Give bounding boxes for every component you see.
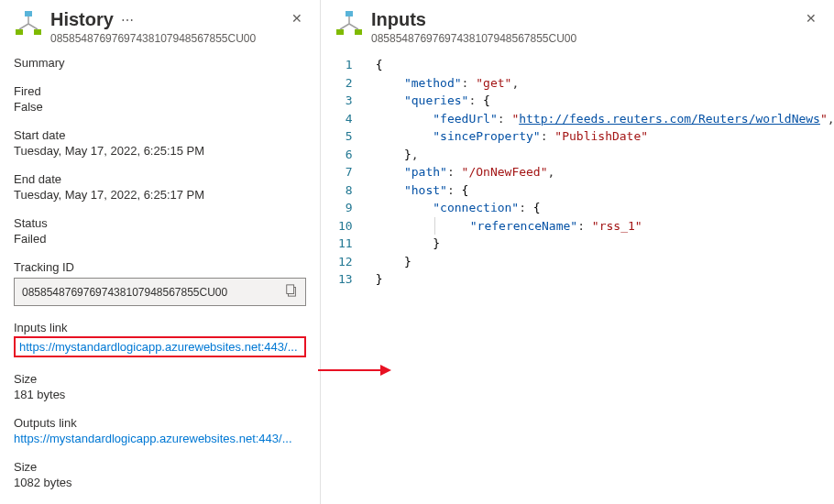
- inputs-link-label: Inputs link: [14, 321, 306, 334]
- json-refname: rss_1: [599, 219, 635, 233]
- end-date-value: Tuesday, May 17, 2022, 6:25:17 PM: [14, 188, 306, 202]
- svg-rect-8: [336, 29, 344, 35]
- copy-icon[interactable]: [285, 284, 298, 300]
- svg-rect-9: [355, 29, 362, 35]
- json-sinceproperty: PublishDate: [562, 129, 641, 143]
- history-header: History ⋯ 08585487697697438107948567855C…: [14, 9, 306, 45]
- history-panel: History ⋯ 08585487697697438107948567855C…: [0, 0, 321, 504]
- history-title: History: [50, 9, 114, 30]
- history-id: 08585487697697438107948567855CU00: [50, 32, 288, 45]
- svg-rect-2: [34, 29, 41, 35]
- json-feedurl[interactable]: http://feeds.reuters.com/Reuters/worldNe…: [519, 112, 820, 126]
- status-value: Failed: [14, 232, 306, 246]
- close-icon[interactable]: ✕: [288, 9, 306, 27]
- code-content: { "method": "get", "queries": { "feedUrl…: [368, 56, 834, 289]
- svg-rect-4: [287, 285, 294, 294]
- tracking-id-label: Tracking ID: [14, 260, 306, 274]
- json-method: get: [483, 76, 504, 90]
- line-gutter: 12345678910111213: [335, 56, 368, 289]
- inputs-id: 08585487697697438107948567855CU00: [371, 32, 802, 45]
- tracking-id-value: 08585487697697438107948567855CU00: [22, 286, 285, 299]
- end-date-label: End date: [14, 172, 306, 186]
- json-editor[interactable]: 12345678910111213 { "method": "get", "qu…: [335, 56, 820, 289]
- fired-label: Fired: [14, 84, 306, 98]
- logic-app-icon: [14, 9, 43, 38]
- tracking-id-box: 08585487697697438107948567855CU00: [14, 278, 306, 306]
- outputs-size-label: Size: [14, 460, 306, 474]
- more-icon[interactable]: ⋯: [121, 13, 134, 27]
- outputs-link[interactable]: https://mystandardlogicapp.azurewebsites…: [14, 432, 292, 445]
- inputs-header: Inputs 08585487697697438107948567855CU00…: [335, 9, 820, 45]
- inputs-size-value: 181 bytes: [14, 388, 306, 401]
- inputs-link[interactable]: https://mystandardlogicapp.azurewebsites…: [14, 336, 306, 357]
- svg-rect-0: [25, 11, 32, 16]
- json-path: /OnNewFeed: [468, 165, 540, 179]
- fired-value: False: [14, 100, 306, 114]
- outputs-size-value: 1082 bytes: [14, 476, 306, 489]
- outputs-link-label: Outputs link: [14, 416, 306, 430]
- inputs-size-label: Size: [14, 372, 306, 386]
- svg-rect-1: [16, 29, 23, 35]
- logic-app-icon: [335, 9, 364, 38]
- inputs-title: Inputs: [371, 9, 426, 30]
- status-label: Status: [14, 216, 306, 230]
- start-date-value: Tuesday, May 17, 2022, 6:25:15 PM: [14, 144, 306, 158]
- svg-rect-7: [346, 11, 353, 16]
- summary-label: Summary: [14, 56, 306, 70]
- inputs-panel: Inputs 08585487697697438107948567855CU00…: [321, 0, 834, 504]
- start-date-label: Start date: [14, 128, 306, 142]
- close-icon[interactable]: ✕: [802, 9, 820, 27]
